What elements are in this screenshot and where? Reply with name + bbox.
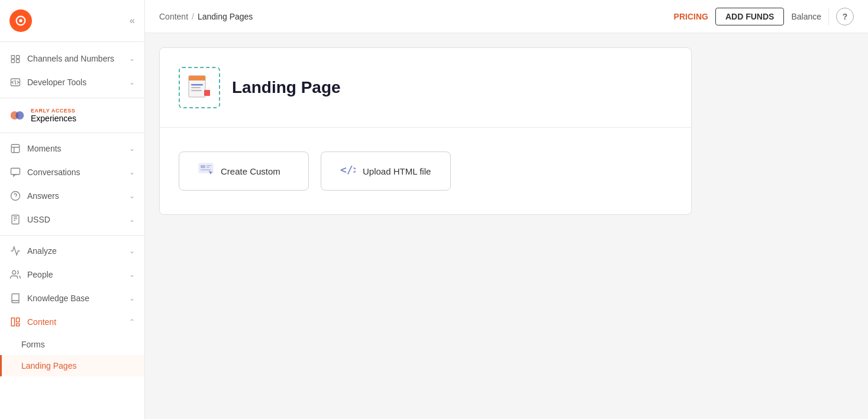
svg-line-7: [15, 80, 16, 85]
conversations-icon: [9, 166, 21, 178]
svg-rect-14: [12, 215, 19, 224]
divider-1: [0, 98, 144, 98]
ussd-arrow: ⌄: [129, 215, 135, 224]
svg-rect-10: [11, 144, 20, 153]
sidebar-item-analyze[interactable]: Analyze ⌄: [0, 239, 144, 263]
svg-rect-19: [11, 318, 14, 326]
moments-icon: [9, 143, 21, 154]
sidebar-nav: Channels and Numbers ⌄ Developer Tools ⌄: [0, 42, 144, 381]
svg-rect-24: [189, 79, 205, 80]
add-funds-button[interactable]: ADD FUNDS: [715, 8, 784, 25]
svg-rect-32: [206, 165, 211, 166]
forms-label: Forms: [21, 340, 45, 349]
svg-point-1: [19, 19, 22, 22]
create-custom-label: Create Custom: [221, 166, 280, 176]
header-actions: PRICING ADD FUNDS Balance ?: [674, 8, 854, 25]
people-label: People: [27, 270, 53, 279]
sidebar: « Channels and Numbers ⌄: [0, 0, 145, 419]
conversations-label: Conversations: [27, 167, 80, 177]
landing-page-icon: [185, 73, 214, 102]
breadcrumb-current-page: Landing Pages: [198, 12, 253, 21]
svg-rect-33: [206, 167, 209, 168]
pricing-button[interactable]: PRICING: [674, 12, 708, 21]
moments-arrow: ⌄: [129, 144, 135, 153]
landing-page-card: Landing Page: [159, 47, 692, 215]
content-arrow: ⌃: [129, 318, 135, 326]
sidebar-item-answers[interactable]: Answers ⌄: [0, 184, 144, 208]
sidebar-subitem-forms[interactable]: Forms: [0, 334, 144, 355]
content-area: Landing Page: [145, 33, 868, 419]
svg-rect-25: [191, 84, 203, 86]
answers-icon: [9, 190, 21, 202]
knowledge-base-arrow: ⌄: [129, 294, 135, 302]
divider-3: [0, 235, 144, 236]
breadcrumb-content-link[interactable]: Content: [159, 12, 188, 21]
svg-rect-29: [199, 163, 213, 173]
svg-rect-28: [204, 90, 210, 96]
sidebar-subitem-landing-pages[interactable]: Landing Pages: [0, 355, 144, 376]
sidebar-item-ussd[interactable]: USSD ⌄: [0, 208, 144, 231]
content-icon: [9, 316, 21, 328]
analyze-label: Analyze: [27, 246, 57, 256]
main-area: Content / Landing Pages PRICING ADD FUND…: [145, 0, 868, 419]
collapse-sidebar-button[interactable]: «: [130, 15, 135, 26]
sidebar-item-knowledge-base[interactable]: Knowledge Base ⌄: [0, 286, 144, 310]
answers-arrow: ⌄: [129, 192, 135, 200]
moments-label: Moments: [27, 144, 62, 153]
channels-icon: [9, 53, 21, 65]
svg-point-12: [11, 192, 20, 201]
svg-rect-4: [11, 60, 14, 63]
conversations-arrow: ⌄: [129, 168, 135, 176]
breadcrumb-separator: /: [192, 12, 194, 21]
header-divider: [828, 8, 829, 25]
sidebar-logo-area: «: [0, 0, 144, 42]
knowledge-base-label: Knowledge Base: [27, 294, 89, 303]
answers-label: Answers: [27, 191, 59, 201]
ussd-icon: [9, 214, 21, 225]
developer-tools-arrow: ⌄: [129, 78, 135, 86]
svg-text:</>: </>: [340, 163, 356, 176]
landing-pages-label: Landing Pages: [21, 361, 76, 370]
sidebar-item-conversations[interactable]: Conversations ⌄: [0, 160, 144, 184]
svg-rect-2: [11, 56, 14, 59]
app-logo[interactable]: [9, 9, 32, 32]
channels-arrow: ⌄: [129, 54, 135, 63]
early-access-badge: EARLY ACCESS: [31, 108, 76, 114]
landing-page-header: Landing Page: [160, 48, 691, 128]
create-custom-icon: [198, 163, 214, 179]
ussd-label: USSD: [27, 215, 50, 224]
developer-tools-icon: [9, 76, 21, 88]
experiences-icon: [9, 108, 25, 123]
svg-point-18: [12, 270, 16, 274]
create-custom-card[interactable]: Create Custom: [179, 152, 309, 191]
help-button[interactable]: ?: [836, 8, 854, 25]
svg-point-9: [15, 111, 24, 120]
sidebar-item-channels-numbers[interactable]: Channels and Numbers ⌄: [0, 47, 144, 70]
knowledge-base-icon: [9, 292, 21, 304]
experiences-label: Experiences: [31, 114, 76, 123]
svg-rect-5: [17, 60, 20, 63]
svg-rect-20: [17, 318, 20, 322]
sidebar-item-experiences[interactable]: EARLY ACCESS Experiences: [0, 102, 144, 129]
breadcrumb: Content / Landing Pages: [159, 12, 253, 21]
upload-html-label: Upload HTML file: [363, 166, 431, 176]
sidebar-item-people[interactable]: People ⌄: [0, 263, 144, 286]
analyze-icon: [9, 245, 21, 257]
people-icon: [9, 269, 21, 281]
analyze-arrow: ⌄: [129, 247, 135, 255]
divider-2: [0, 133, 144, 133]
sidebar-item-moments[interactable]: Moments ⌄: [0, 137, 144, 160]
svg-rect-26: [191, 87, 201, 88]
svg-rect-3: [17, 56, 20, 59]
svg-rect-31: [201, 169, 211, 170]
people-arrow: ⌄: [129, 270, 135, 279]
svg-rect-30: [201, 165, 205, 168]
upload-html-card[interactable]: </> Upload HTML file: [321, 152, 451, 191]
sidebar-item-developer-tools[interactable]: Developer Tools ⌄: [0, 70, 144, 94]
balance-label: Balance: [791, 12, 821, 21]
channels-numbers-label: Channels and Numbers: [27, 54, 114, 63]
landing-page-title: Landing Page: [232, 78, 341, 97]
upload-html-icon: </>: [340, 163, 356, 179]
sidebar-item-content[interactable]: Content ⌃: [0, 310, 144, 334]
svg-rect-27: [191, 90, 202, 91]
